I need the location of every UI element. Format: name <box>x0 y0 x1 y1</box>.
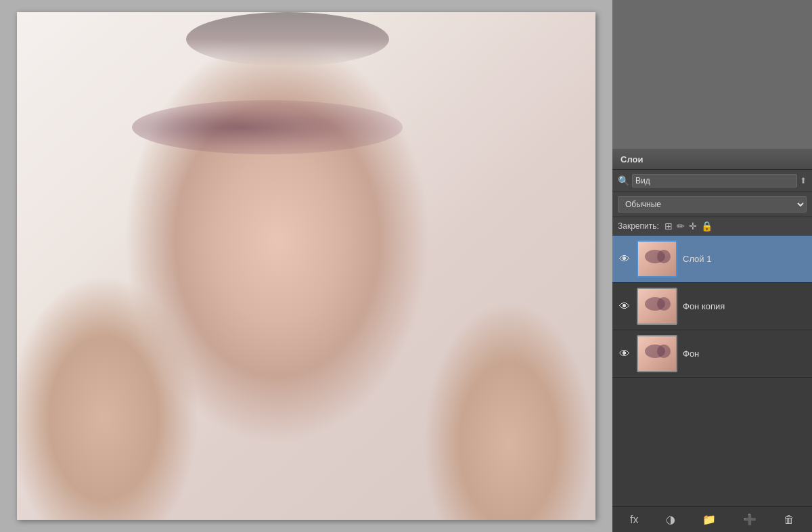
thumb-face-fon-kopiya <box>638 289 676 324</box>
layers-panel: Слои 🔍 Вид ⬆ Обычные Закрепить: ⊞ ✏ ✛ 🔒 <box>612 149 812 532</box>
layers-search-row: 🔍 Вид ⬆ <box>612 170 812 192</box>
layers-panel-title: Слои <box>621 154 643 164</box>
layers-panel-header: Слои <box>612 149 812 170</box>
add-layer-button[interactable]: ➕ <box>739 511 761 528</box>
right-panel: Слои 🔍 Вид ⬆ Обычные Закрепить: ⊞ ✏ ✛ 🔒 <box>612 0 812 532</box>
visibility-icon-layer1[interactable]: 👁 <box>618 253 631 265</box>
adjustment-layer-button[interactable]: ◑ <box>662 511 679 528</box>
layer-item-layer1[interactable]: 👁 Слой 1 <box>612 236 812 283</box>
top-gray-area <box>612 0 812 149</box>
lock-icons-group: ⊞ ✏ ✛ 🔒 <box>664 221 713 231</box>
chevron-down-icon: ⬆ <box>800 176 807 185</box>
lock-all-icon[interactable]: 🔒 <box>701 221 713 231</box>
layer-thumb-fon-kopiya <box>637 288 677 325</box>
photo-background <box>17 12 595 520</box>
layer-item-fon-kopiya[interactable]: 👁 Фон копия <box>612 283 812 330</box>
lock-paint-icon[interactable]: ✏ <box>677 221 685 231</box>
visibility-icon-fon-kopiya[interactable]: 👁 <box>618 301 631 313</box>
thumb-face-fon <box>638 336 676 371</box>
lock-move-icon[interactable]: ✛ <box>689 221 697 231</box>
thumb-face-layer1 <box>638 242 676 276</box>
layer-thumb-layer1 <box>637 240 677 278</box>
layers-bottom-toolbar: fx ◑ 📁 ➕ 🗑 <box>612 506 812 532</box>
layer-item-fon[interactable]: 👁 Фон <box>612 330 812 378</box>
canvas-area <box>0 0 612 532</box>
search-icon: 🔍 <box>618 175 629 186</box>
fx-button[interactable]: fx <box>626 512 642 528</box>
visibility-icon-fon[interactable]: 👁 <box>618 348 631 360</box>
blend-mode-row: Обычные <box>612 192 812 217</box>
layer-name-fon: Фон <box>683 349 807 359</box>
layer-name-layer1: Слой 1 <box>683 254 807 264</box>
lock-transparency-icon[interactable]: ⊞ <box>664 221 673 231</box>
lock-row: Закрепить: ⊞ ✏ ✛ 🔒 <box>612 217 812 236</box>
layers-filter-select[interactable]: Вид <box>632 174 797 187</box>
blend-mode-select[interactable]: Обычные <box>618 196 807 213</box>
image-canvas <box>17 12 595 520</box>
group-layers-button[interactable]: 📁 <box>698 511 720 528</box>
delete-layer-button[interactable]: 🗑 <box>780 512 798 528</box>
layer-name-fon-kopiya: Фон копия <box>683 301 807 311</box>
lock-label: Закрепить: <box>618 221 659 231</box>
layer-thumb-fon <box>637 335 677 372</box>
layers-list: 👁 Слой 1 👁 Фон копия 👁 Фон <box>612 236 812 506</box>
